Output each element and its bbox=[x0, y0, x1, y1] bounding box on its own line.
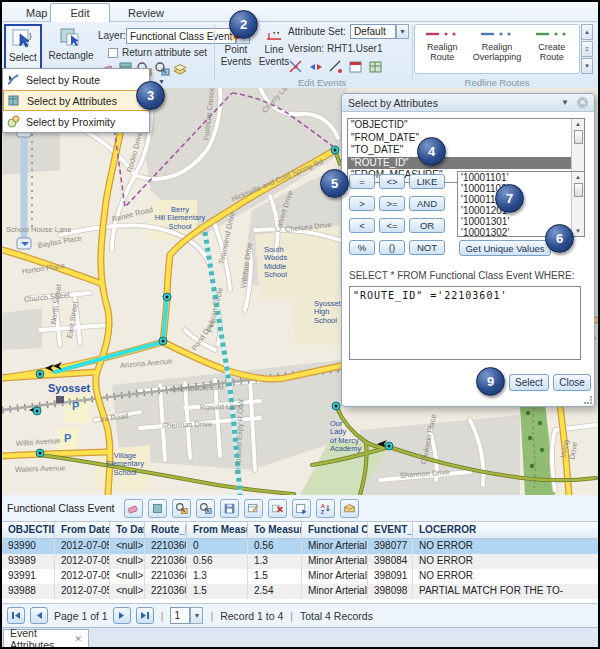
split-event-icon[interactable] bbox=[288, 59, 304, 75]
dialog-close-icon[interactable]: ✕ bbox=[577, 97, 588, 108]
merge-events-icon[interactable] bbox=[308, 59, 324, 75]
street-label: Waters Avenue bbox=[15, 464, 66, 474]
operator-gte-button[interactable]: >= bbox=[379, 196, 405, 211]
next-page-button[interactable] bbox=[113, 607, 131, 624]
realign-route-label: Realign Route bbox=[427, 42, 458, 63]
column-header[interactable]: Functional Class bbox=[302, 522, 368, 538]
field-item[interactable]: "OBJECTID" bbox=[348, 119, 584, 132]
column-header[interactable]: OBJECTID bbox=[2, 522, 55, 538]
ribbon-scroll-up[interactable]: ▲ bbox=[581, 24, 593, 40]
first-page-button[interactable] bbox=[7, 607, 25, 624]
callout-9: 9 bbox=[476, 367, 505, 396]
column-header[interactable]: EVENT_ID bbox=[368, 522, 413, 538]
operator-and-button[interactable]: AND bbox=[409, 196, 445, 211]
menu-item-select-by-proximity[interactable]: Select by Proximity bbox=[3, 111, 149, 132]
prev-page-button[interactable] bbox=[30, 607, 48, 624]
page-number-combobox[interactable]: 1 bbox=[170, 607, 190, 624]
line-events-icon bbox=[266, 28, 282, 44]
get-unique-values-button[interactable]: Get Unique Values bbox=[459, 240, 551, 256]
operator-notequals-button[interactable]: <> bbox=[379, 174, 405, 189]
dialog-select-button[interactable]: Select bbox=[509, 374, 549, 391]
column-header[interactable]: Route_ID bbox=[145, 522, 187, 538]
clear-selection-button[interactable] bbox=[124, 499, 143, 518]
switch-selection-button[interactable] bbox=[148, 499, 167, 518]
attribute-set-combobox[interactable]: Default bbox=[350, 24, 396, 39]
edit-events-tools-row bbox=[288, 59, 384, 75]
operator-or-button[interactable]: OR bbox=[409, 218, 445, 233]
column-header[interactable]: From Measure bbox=[187, 522, 248, 538]
last-page-button[interactable] bbox=[136, 607, 154, 624]
column-header[interactable]: To Measure bbox=[248, 522, 302, 538]
attribute-set-caret[interactable]: ▼ bbox=[396, 24, 409, 39]
return-attribute-set-checkbox[interactable] bbox=[108, 48, 118, 58]
last-page-icon bbox=[140, 611, 150, 620]
layers-icon[interactable] bbox=[172, 61, 188, 77]
value-item[interactable]: '10001101' bbox=[458, 172, 584, 183]
attribute-set-label: Attribute Set: bbox=[288, 26, 346, 37]
operator-parens-button[interactable]: () bbox=[379, 240, 405, 255]
field-item[interactable]: "FROM_DATE" bbox=[348, 132, 584, 145]
operator-percent-button[interactable]: % bbox=[349, 240, 375, 255]
dialog-menu-caret-icon[interactable]: ▼ bbox=[561, 98, 569, 107]
pan-to-selected-button[interactable] bbox=[196, 499, 215, 518]
callout-2: 2 bbox=[229, 10, 258, 39]
line-events-button[interactable]: Line Events bbox=[256, 28, 292, 74]
dialog-resize-grip[interactable] bbox=[584, 396, 592, 404]
menu-item-select-by-attributes[interactable]: Select by Attributes bbox=[3, 90, 149, 111]
operator-lte-button[interactable]: <= bbox=[379, 218, 405, 233]
rectangle-button[interactable]: Rectangle bbox=[48, 26, 94, 70]
delete-event-button[interactable] bbox=[268, 499, 287, 518]
school-label-our-lady: Our Lady of Mercy Academy bbox=[330, 420, 364, 453]
tab-edit[interactable]: Edit bbox=[50, 3, 110, 22]
page-number-caret[interactable]: ▼ bbox=[190, 607, 203, 624]
cell: 398098 bbox=[368, 584, 413, 599]
save-edits-button[interactable] bbox=[220, 499, 239, 518]
trim-event-icon[interactable] bbox=[328, 59, 344, 75]
column-header[interactable]: LOCERROR bbox=[413, 522, 598, 538]
dialog-title: Select by Attributes bbox=[348, 97, 438, 109]
footer-tab-bar: Event Attributes ✕ bbox=[2, 627, 598, 647]
redline-panel: Realign Route Realign Overlapping Create… bbox=[414, 24, 580, 74]
cell: Minor Arterial bbox=[302, 584, 368, 599]
column-header[interactable]: To Date bbox=[110, 522, 145, 538]
sort-button[interactable]: AZ bbox=[316, 499, 335, 518]
tab-close-icon[interactable]: ✕ bbox=[74, 634, 82, 644]
create-route-button[interactable]: Create Route bbox=[524, 29, 579, 73]
ribbon-scroll-down[interactable]: ▼ bbox=[581, 58, 593, 74]
edit-table-icon bbox=[247, 502, 260, 515]
table-row[interactable]: 93989 2012-07-05 <null> 22103601 0.56 1.… bbox=[2, 554, 598, 569]
field-item-selected[interactable]: "ROUTE_ID" bbox=[348, 157, 584, 170]
operator-equals-button[interactable]: = bbox=[349, 174, 375, 189]
table-row[interactable]: 93991 2012-07-05 <null> 22103601 1.3 1.5… bbox=[2, 569, 598, 584]
edit-attributes-button[interactable] bbox=[244, 499, 263, 518]
menu-item-select-by-route[interactable]: Select by Route bbox=[3, 69, 149, 90]
dialog-titlebar[interactable]: Select by Attributes ▼ ✕ bbox=[342, 94, 594, 112]
table-row[interactable]: 93988 2012-07-05 <null> 22103601 1.5 2.5… bbox=[2, 584, 598, 599]
operator-not-button[interactable]: NOT bbox=[409, 240, 445, 255]
values-scrollbar[interactable]: ▲▼ bbox=[571, 172, 584, 236]
open-in-table-button[interactable] bbox=[292, 499, 311, 518]
pan-to-selection-icon[interactable] bbox=[154, 61, 170, 77]
zoom-to-selected-button[interactable] bbox=[172, 499, 191, 518]
operator-lt-button[interactable]: < bbox=[349, 218, 375, 233]
tab-review[interactable]: Review bbox=[114, 4, 178, 22]
operator-gt-button[interactable]: > bbox=[349, 196, 375, 211]
event-panel-icon[interactable] bbox=[348, 59, 364, 75]
query-textarea[interactable]: "ROUTE_ID" ='22103601' bbox=[349, 286, 581, 360]
dialog-close-button[interactable]: Close bbox=[553, 374, 591, 391]
cell: NO ERROR bbox=[413, 569, 598, 584]
event-grid-icon[interactable] bbox=[368, 59, 384, 75]
select-button[interactable]: } Select bbox=[4, 24, 42, 70]
realign-route-button[interactable]: Realign Route bbox=[415, 29, 470, 73]
ribbon-scroll-thumb[interactable]: ≡ bbox=[581, 41, 593, 57]
export-button[interactable] bbox=[340, 499, 359, 518]
prev-page-icon bbox=[35, 611, 43, 620]
operator-like-button[interactable]: LIKE bbox=[409, 174, 445, 189]
save-icon bbox=[223, 502, 236, 515]
field-item[interactable]: "TO_DATE" bbox=[348, 144, 584, 157]
table-row-selected[interactable]: 93990 2012-07-05 <null> 22103601 0 0.56 … bbox=[2, 539, 598, 554]
realign-overlapping-button[interactable]: Realign Overlapping bbox=[470, 29, 525, 73]
create-route-label: Create Route bbox=[538, 42, 565, 63]
event-attributes-tab[interactable]: Event Attributes ✕ bbox=[3, 629, 89, 647]
column-header[interactable]: From Date bbox=[55, 522, 110, 538]
